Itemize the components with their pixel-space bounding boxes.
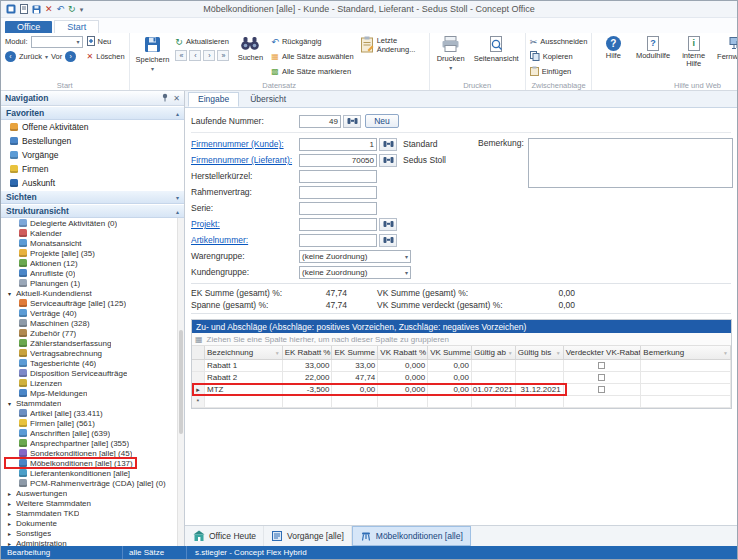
lookup-button[interactable] xyxy=(379,154,397,167)
prev-record-icon[interactable]: ‹ xyxy=(189,50,201,61)
collapse-icon[interactable]: ▾ xyxy=(6,400,13,407)
table-row[interactable]: Rabatt 222,00047,740,0000,00 xyxy=(192,372,731,384)
laufende-nummer-input[interactable]: 49 xyxy=(299,115,341,128)
tree-item[interactable]: ▸Dokumente xyxy=(1,518,177,528)
sidebar-item-auskunft[interactable]: Auskunft xyxy=(1,176,184,190)
cell-verdeckter-vk-rabatt[interactable] xyxy=(564,360,642,371)
tree-item[interactable]: Lieferantenkonditionen [alle] xyxy=(1,468,177,478)
close-icon[interactable]: ✕ xyxy=(173,94,180,103)
back-label[interactable]: Zurück xyxy=(19,52,42,61)
cell[interactable]: 0,00 xyxy=(428,360,472,371)
back-icon[interactable]: ‹ xyxy=(5,51,16,62)
cell[interactable]: Rabatt 2 xyxy=(205,372,283,383)
cell[interactable] xyxy=(472,372,516,383)
fernwartung-button[interactable]: Fernwartung xyxy=(716,35,737,63)
tree-item[interactable]: Anschriften [alle] (639) xyxy=(1,428,177,438)
rahmenvertrag-input[interactable] xyxy=(299,186,377,199)
tab-eingabe[interactable]: Eingabe xyxy=(188,92,239,107)
tree-item[interactable]: Mps-Meldungen xyxy=(1,388,177,398)
last-record-icon[interactable]: » xyxy=(217,50,229,61)
qat-new-icon[interactable] xyxy=(20,4,28,14)
qat-undo-icon[interactable]: ↶ xyxy=(57,5,65,14)
lookup-button[interactable] xyxy=(379,138,397,151)
cell-bemerkung[interactable] xyxy=(641,372,731,383)
expand-icon[interactable]: ▸ xyxy=(6,520,13,527)
column-header[interactable]: Gültig ab▼ xyxy=(472,346,516,359)
sidebar-item-offene-aktivitaeten[interactable]: Offene Aktivitäten xyxy=(1,120,184,134)
aktualisieren-button[interactable]: ↻ Aktualisieren xyxy=(175,35,229,48)
table-row[interactable]: * xyxy=(192,396,731,408)
tree-item[interactable]: Projekte [alle] (35) xyxy=(1,248,177,258)
cell[interactable]: MTZ xyxy=(205,384,283,395)
tree-item[interactable]: Vertragsabrechnung xyxy=(1,348,177,358)
neu-button[interactable]: Neu xyxy=(87,35,125,48)
expand-icon[interactable]: ▸ xyxy=(6,490,13,497)
qat-delete-icon[interactable]: ✕ xyxy=(45,5,53,14)
sidebar-item-vorgaenge[interactable]: Vorgänge xyxy=(1,148,184,162)
cell[interactable] xyxy=(205,396,283,407)
cell-verdeckter-vk-rabatt[interactable] xyxy=(564,396,642,407)
firmennummer-lieferant-input[interactable]: 70050 xyxy=(299,154,377,167)
einfuegen-button[interactable]: Einfügen xyxy=(530,65,588,78)
filter-icon[interactable]: ▼ xyxy=(556,350,561,356)
loeschen-button[interactable]: ✕ Löschen xyxy=(87,50,125,63)
herstellerkuerzel-input[interactable] xyxy=(299,170,377,183)
tree-item[interactable]: ▸Administration xyxy=(1,538,177,546)
cell[interactable] xyxy=(283,396,333,407)
serie-input[interactable] xyxy=(299,202,377,215)
tab-office[interactable]: Office xyxy=(5,21,52,33)
column-chooser-icon[interactable]: ▦ xyxy=(195,335,203,344)
seitenansicht-button[interactable]: Seitenansicht xyxy=(472,35,521,65)
cell[interactable] xyxy=(378,396,428,407)
interne-hilfe-button[interactable]: i interne Hilfe xyxy=(676,35,712,70)
tree-item[interactable]: Monatsansicht xyxy=(1,238,177,248)
field-link-label[interactable]: Firmennummer (Kunde): xyxy=(191,139,299,149)
bottom-tab-office-heute[interactable]: Office Heute xyxy=(186,526,264,546)
tree-item[interactable]: Lizenzen xyxy=(1,378,177,388)
column-header[interactable]: Gültig bis▼ xyxy=(516,346,564,359)
table-row[interactable]: ▸MTZ-3,5000,000,0000,0001.07.202131.12.2… xyxy=(192,384,731,396)
checkbox-icon[interactable] xyxy=(598,374,605,381)
filter-icon[interactable]: ▼ xyxy=(723,350,728,356)
speichern-button[interactable]: Speichern ▾ xyxy=(134,35,172,73)
cell-verdeckter-vk-rabatt[interactable] xyxy=(564,372,642,383)
warengruppe-select[interactable]: (keine Zuordnung)▾ xyxy=(299,250,411,263)
rueckgaengig-button[interactable]: ↶ Rückgängig xyxy=(271,35,353,48)
chevron-down-icon[interactable]: ▾ xyxy=(45,53,48,60)
firmennummer-kunde-input[interactable]: 1 xyxy=(299,138,377,151)
tree-item[interactable]: Aktionen (12) xyxy=(1,258,177,268)
cell[interactable] xyxy=(516,372,564,383)
alle-saetze-markieren-button[interactable]: ▩ Alle Sätze markieren xyxy=(271,65,353,78)
scrollbar-thumb[interactable] xyxy=(179,330,183,435)
cell-bemerkung[interactable] xyxy=(641,396,731,407)
tree-item[interactable]: Serviceaufträge [alle] (125) xyxy=(1,298,177,308)
field-link-label[interactable]: Projekt: xyxy=(191,219,299,229)
cell[interactable] xyxy=(472,360,516,371)
column-header[interactable]: EK Summe▼ xyxy=(332,346,378,359)
tree-item[interactable]: Anrufliste (0) xyxy=(1,268,177,278)
tree-item[interactable]: Disposition Serviceaufträge xyxy=(1,368,177,378)
section-strukturansicht[interactable]: Strukturansicht ▴ xyxy=(1,204,184,218)
column-header[interactable]: Bemerkung▼ xyxy=(641,346,731,359)
tree-item[interactable]: Möbelkonditionen [alle] (137) xyxy=(1,458,177,468)
column-header[interactable]: Verdeckter VK-Rabatt▼ xyxy=(564,346,642,359)
tree-item[interactable]: Artikel [alle] (33.411) xyxy=(1,408,177,418)
bottom-tab-vorgaenge[interactable]: Vorgänge [alle] xyxy=(264,526,352,546)
lookup-button[interactable] xyxy=(343,115,361,128)
cell[interactable]: 33,000 xyxy=(283,360,333,371)
ausschneiden-button[interactable]: ✂ Ausschneiden xyxy=(530,35,588,48)
checkbox-icon[interactable] xyxy=(598,386,605,393)
tree-item[interactable]: ▾Stammdaten xyxy=(1,398,177,408)
cell[interactable] xyxy=(428,396,472,407)
section-favoriten[interactable]: Favoriten ▴ xyxy=(1,106,184,120)
bottom-tab-moebelkonditionen[interactable]: Möbelkonditionen [alle] xyxy=(352,526,471,546)
filter-icon[interactable]: ▼ xyxy=(275,350,280,356)
column-header[interactable]: EK Rabatt %▼ xyxy=(283,346,333,359)
cell-bemerkung[interactable] xyxy=(641,360,731,371)
letzte-aenderung-button[interactable]: Letzte Änderung... xyxy=(358,35,425,56)
tree-item[interactable]: Zählerstandserfassung xyxy=(1,338,177,348)
first-record-icon[interactable]: « xyxy=(175,50,187,61)
tree-item[interactable]: Kalender xyxy=(1,228,177,238)
tree-item[interactable]: ▸Auswertungen xyxy=(1,488,177,498)
cell-verdeckter-vk-rabatt[interactable] xyxy=(564,384,642,395)
